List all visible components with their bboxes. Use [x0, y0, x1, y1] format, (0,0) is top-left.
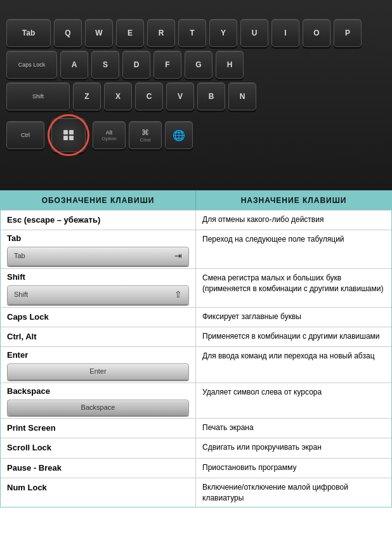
- table-row: Num Lock Включение/отключение малой цифр…: [1, 478, 391, 507]
- keyboard-image: Tab Q W E R T Y U I O P Caps Lock A S: [0, 0, 392, 190]
- header-col2: НАЗНАЧЕНИЕ КЛАВИШИ: [196, 191, 391, 210]
- key-name-cell: Caps Lock: [1, 308, 196, 327]
- backspace-key-image: Backspace: [7, 400, 189, 415]
- key-name-cell: Enter Enter: [1, 347, 196, 382]
- alt-key: Alt Option: [93, 121, 126, 149]
- a-key: A: [60, 51, 88, 79]
- c-key: C: [135, 82, 163, 110]
- y-key: Y: [209, 19, 237, 47]
- g-key: G: [185, 51, 212, 79]
- key-desc-cell: Сдвигать или прокручивать экран: [196, 438, 391, 457]
- key-desc-cell: Для ввода команд или перехода на новый а…: [196, 347, 391, 382]
- tab-key-image: Tab ⇥: [7, 247, 189, 266]
- shift-key: Shift: [6, 82, 70, 110]
- enter-key-image: Enter: [7, 363, 189, 379]
- table-row: Ctrl, Alt Применяется в комбинации с дру…: [1, 327, 391, 346]
- key-name-cell: Tab Tab ⇥: [1, 230, 196, 268]
- ctrl-key: Ctrl: [6, 121, 44, 149]
- w-key: W: [85, 19, 113, 47]
- e-key: E: [116, 19, 144, 47]
- caps-lock-key: Caps Lock: [6, 51, 57, 79]
- globe-key: 🌐: [165, 121, 193, 149]
- s-key: S: [91, 51, 119, 79]
- key-name-cell: Backspace Backspace: [1, 383, 196, 419]
- table-row: Pause - Break Приостановить программу: [1, 458, 391, 478]
- table-row: Backspace Backspace Удаляет символ слева…: [1, 382, 391, 419]
- keyboard-row-2: Caps Lock A S D F G H: [6, 51, 386, 79]
- header-col1: ОБОЗНАЧЕНИЕ КЛАВИШИ: [1, 191, 196, 210]
- key-name-cell: Print Screen: [1, 419, 196, 438]
- table-row: Scroll Lock Сдвигать или прокручивать эк…: [1, 438, 391, 457]
- key-name-cell: Esc (escape – убежать): [1, 211, 196, 230]
- b-key: B: [197, 82, 225, 110]
- table-row: Enter Enter Для ввода команд или переход…: [1, 346, 391, 382]
- key-name-cell: Num Lock: [1, 478, 196, 507]
- table-header: ОБОЗНАЧЕНИЕ КЛАВИШИ НАЗНАЧЕНИЕ КЛАВИШИ: [1, 191, 391, 210]
- key-name-cell: Pause - Break: [1, 459, 196, 478]
- u-key: U: [240, 19, 268, 47]
- key-name-cell: Ctrl, Alt: [1, 327, 196, 346]
- key-desc-cell: Переход на следующее поле табуляций: [196, 230, 391, 268]
- shift-key-image: Shift ⇧: [7, 285, 189, 304]
- key-name-cell: Scroll Lock: [1, 438, 196, 457]
- p-key: P: [334, 19, 362, 47]
- h-key: H: [216, 51, 244, 79]
- key-desc-cell: Включение/отключение малой цифровой клав…: [196, 478, 391, 507]
- r-key: R: [147, 19, 175, 47]
- key-desc-cell: Смена регистра малых и больших букв (при…: [196, 269, 391, 307]
- i-key: I: [271, 19, 299, 47]
- q-key: Q: [54, 19, 82, 47]
- v-key: V: [166, 82, 194, 110]
- key-desc-cell: Фиксирует заглавные буквы: [196, 308, 391, 327]
- table-row: Esc (escape – убежать) Для отмены какого…: [1, 210, 391, 230]
- keyboard-row-1: Tab Q W E R T Y U I O P: [6, 19, 386, 47]
- f-key: F: [154, 51, 181, 79]
- key-desc-cell: Применяется в комбинации с другими клави…: [196, 327, 391, 346]
- key-name-cell: Shift Shift ⇧: [1, 269, 196, 307]
- table-row: Caps Lock Фиксирует заглавные буквы: [1, 307, 391, 327]
- key-desc-cell: Приостановить программу: [196, 459, 391, 478]
- key-desc-cell: Для отмены какого-либо действия: [196, 211, 391, 230]
- table-row: Shift Shift ⇧ Смена регистра малых и бол…: [1, 268, 391, 307]
- x-key: X: [104, 82, 132, 110]
- o-key: O: [303, 19, 330, 47]
- cmd-key: ⌘ Cmd: [129, 121, 162, 149]
- key-desc-cell: Удаляет символ слева от курсора: [196, 383, 391, 419]
- n-key: N: [228, 82, 256, 110]
- keyboard-row-4: Ctrl Alt Option ⌘ Cmd: [6, 114, 386, 156]
- tab-key: Tab: [6, 19, 51, 47]
- keyboard-reference-table: ОБОЗНАЧЕНИЕ КЛАВИШИ НАЗНАЧЕНИЕ КЛАВИШИ E…: [0, 190, 392, 507]
- t-key: T: [178, 19, 206, 47]
- table-row: Tab Tab ⇥ Переход на следующее поле табу…: [1, 230, 391, 268]
- keyboard-row-3: Shift Z X C V B N: [6, 82, 386, 110]
- key-desc-cell: Печать экрана: [196, 419, 391, 438]
- table-row: Print Screen Печать экрана: [1, 418, 391, 438]
- d-key: D: [122, 51, 150, 79]
- z-key: Z: [73, 82, 101, 110]
- highlight-circle: [48, 114, 89, 156]
